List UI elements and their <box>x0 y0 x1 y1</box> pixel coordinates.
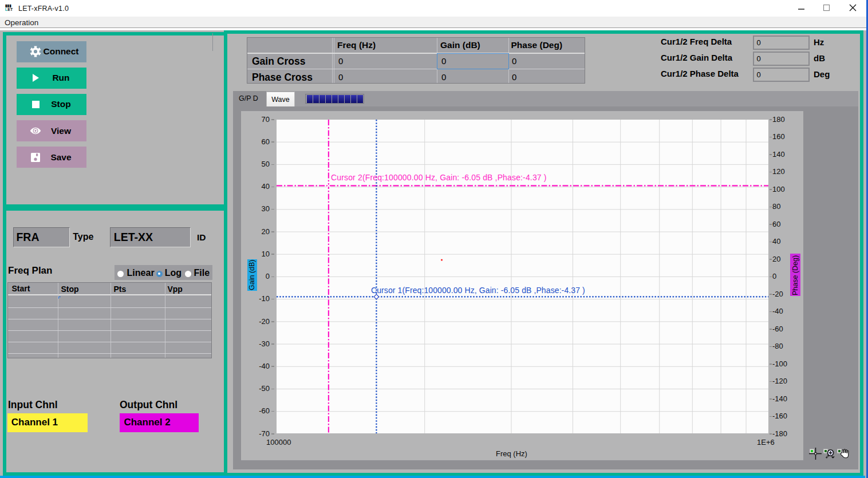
svg-text:LET: LET <box>5 7 13 11</box>
